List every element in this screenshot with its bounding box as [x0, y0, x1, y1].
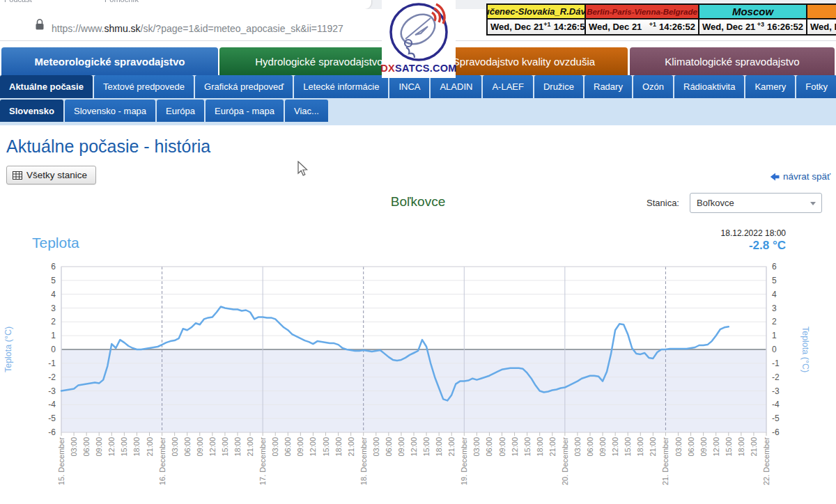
clock-time-row: Wed, Dec 21+114:26:52: [488, 19, 585, 34]
x-tick-label: 15:00: [624, 437, 632, 457]
tab-inca[interactable]: INCA: [389, 75, 429, 98]
dxsatcs-logo: DXSATCS.COM: [382, 0, 456, 78]
browser-active-tab[interactable]: Podcast Pomocník: [0, 0, 371, 9]
tab-a-laef[interactable]: A-LAEF: [483, 75, 533, 98]
x-tick-label: 06:00: [385, 437, 393, 457]
tab-radary[interactable]: Radary: [585, 75, 632, 98]
back-link[interactable]: návrat späť: [770, 171, 830, 182]
chevron-down-icon: [810, 202, 816, 205]
x-tick-label: 12:00: [309, 437, 317, 457]
x-tick-label: 21:00: [447, 437, 456, 457]
region-nav: SlovenskoSlovensko - mapaEurópaEurópa - …: [0, 100, 328, 122]
logo-rest: SATCS.COM: [395, 63, 457, 74]
x-tick-label: 03:00: [171, 437, 179, 457]
y-tick-label: 0: [772, 345, 777, 354]
y-tick-label: 1: [51, 331, 56, 340]
clock-time-row: Wed, Dec 21+114:26:52: [586, 19, 698, 34]
tab-leteck-inform-cie[interactable]: Letecké informácie: [294, 75, 388, 98]
tab-grafick-predpove-[interactable]: Grafická predpoveď: [195, 75, 293, 98]
clock-utc-offset: +1: [649, 21, 656, 28]
y-tick-label: -2: [772, 372, 780, 382]
x-tick-label: 15:00: [523, 437, 532, 457]
tab-textov-predpovede[interactable]: Textové predpovede: [94, 75, 194, 98]
clock-city-label: [807, 5, 836, 19]
x-tick-label: 12:00: [511, 437, 519, 457]
x-tick-label: 03:00: [472, 437, 481, 457]
clock-time-row: Wed, Dec 21+316:26:52: [699, 19, 806, 34]
clock-city-label: Berlin-Paris-Vienna-Belgrade: [586, 5, 698, 19]
x-tick-label: 09:00: [196, 437, 204, 457]
left-arrow-icon: [770, 173, 780, 181]
table-grid-icon: [13, 171, 22, 180]
clock-date: Wed, Dec 21: [702, 22, 755, 32]
tab-fotky[interactable]: Fotky: [796, 75, 836, 98]
clock-date: Wed, D: [810, 22, 836, 32]
clock-time: 16:26:52: [767, 22, 803, 32]
x-tick-label: 15:00: [221, 437, 229, 457]
clock-time: 14:26:52: [554, 22, 585, 32]
x-tick-label: 15:00: [120, 437, 128, 457]
x-tick-label: 12:00: [611, 437, 619, 457]
world-clocks: Lučenec-Slovakia_R.DávidWed, Dec 21+114:…: [486, 3, 836, 36]
x-tick-label: 15:00: [322, 437, 330, 457]
main-tab-4[interactable]: Klimatologické spravodajstvo: [630, 47, 835, 75]
temperature-chart: 66554433221100-1-1-2-2-3-3-4-4-5-5-6-615…: [0, 258, 836, 504]
x-tick-label: 21:00: [750, 437, 758, 457]
x-tick-label: 18:00: [737, 437, 745, 457]
all-stations-label: Všetky stanice: [26, 170, 87, 180]
y-tick-label: 6: [772, 262, 777, 271]
screen: Podcast Pomocník https://www.shmu.sk/sk/…: [0, 0, 836, 504]
tab-dru-ice[interactable]: Družice: [534, 75, 583, 98]
x-tick-label: 16. December: [158, 437, 167, 485]
back-link-label: návrat späť: [783, 171, 830, 182]
x-tick-label: 09:00: [598, 437, 607, 457]
tab-slovensko[interactable]: Slovensko: [0, 100, 63, 122]
chart-current-value: -2.8 °C: [749, 239, 786, 253]
x-tick-label: 06:00: [284, 437, 292, 457]
y-tick-label: -4: [772, 400, 780, 409]
tab-aladin[interactable]: ALADIN: [431, 75, 481, 98]
tab-eur-pa[interactable]: Európa: [157, 100, 204, 122]
y-tick-label: -4: [48, 400, 56, 409]
x-tick-label: 22. December: [762, 437, 771, 485]
x-tick-label: 18:00: [132, 437, 141, 457]
y-tick-label: 0: [51, 345, 56, 354]
x-tick-label: 09:00: [397, 437, 405, 457]
clock-city-label: Lučenec-Slovakia_R.Dávid: [488, 5, 585, 19]
clock-utc-offset: +3: [757, 21, 764, 28]
x-tick-label: 21:00: [347, 437, 355, 457]
x-tick-label: 09:00: [699, 437, 708, 457]
y-tick-label: 2: [772, 317, 777, 326]
y-tick-label: 3: [51, 304, 56, 313]
y-tick-label: 6: [51, 262, 56, 271]
tab-kamery[interactable]: Kamery: [745, 75, 795, 98]
tab-r-dioaktivita[interactable]: Rádioaktivita: [674, 75, 744, 98]
tab-oz-n[interactable]: Ozón: [633, 75, 673, 98]
y-tick-label: -3: [48, 386, 56, 396]
tab-eur-pa-mapa[interactable]: Európa - mapa: [206, 100, 284, 122]
x-tick-label: 06:00: [183, 437, 192, 457]
y-tick-label: 5: [51, 276, 56, 285]
x-tick-label: 21:00: [146, 437, 154, 457]
url-text[interactable]: https://www.shmu.sk/sk/?page=1&id=meteo_…: [52, 23, 343, 34]
x-tick-label: 06:00: [485, 437, 493, 457]
main-tab-1[interactable]: Meteorologické spravodajstvo: [1, 47, 218, 75]
x-tick-label: 12:00: [208, 437, 217, 457]
clock-Moscow: MoscowWed, Dec 21+316:26:52: [699, 5, 807, 34]
clock-date: Wed, Dec 21: [490, 22, 543, 32]
clock-time: 14:26:52: [659, 22, 695, 32]
x-tick-label: 03:00: [271, 437, 279, 457]
x-tick-label: 18:00: [233, 437, 242, 457]
tab-aktu-lne-po-asie[interactable]: Aktuálne počasie: [0, 75, 93, 98]
station-select[interactable]: Boľkovce: [690, 193, 822, 213]
x-tick-label: 15. December: [57, 437, 65, 485]
tab-viac-[interactable]: Viac...: [285, 100, 328, 122]
logo-dx: DX: [380, 63, 395, 74]
x-tick-label: 09:00: [95, 437, 103, 457]
y-axis-title-right: Teplota (°C): [800, 326, 810, 372]
x-tick-label: 06:00: [82, 437, 91, 457]
all-stations-button[interactable]: Všetky stanice: [6, 166, 96, 184]
x-tick-label: 18. December: [359, 437, 368, 485]
tab-slovensko-mapa[interactable]: Slovensko - mapa: [65, 100, 155, 122]
url-domain: shmu.sk: [104, 23, 140, 34]
